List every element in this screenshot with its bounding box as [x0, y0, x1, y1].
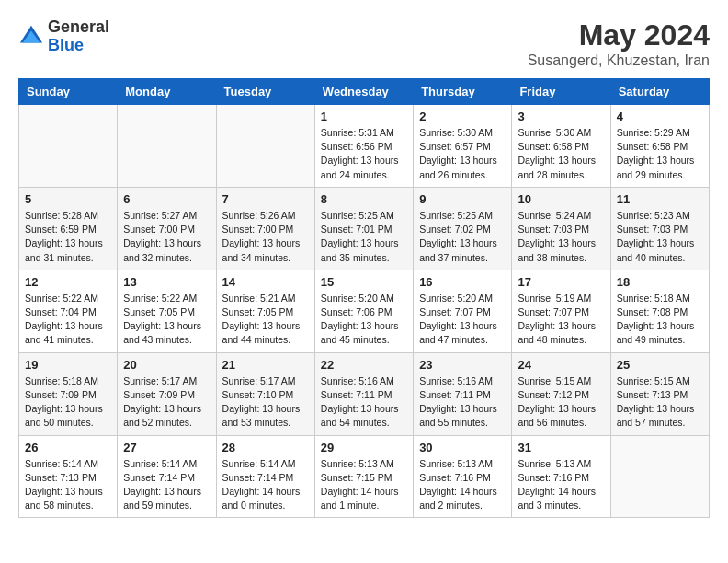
calendar-cell: 26 Sunrise: 5:14 AMSunset: 7:13 PMDaylig…	[19, 435, 118, 518]
day-number: 2	[419, 109, 506, 123]
day-number: 6	[123, 192, 210, 206]
weekday-header: Thursday	[414, 79, 512, 105]
day-number: 17	[518, 275, 604, 289]
day-number: 3	[518, 109, 604, 123]
month-year-title: May 2024	[528, 18, 710, 52]
calendar-cell: 22 Sunrise: 5:16 AMSunset: 7:11 PMDaylig…	[314, 352, 413, 435]
day-info: Sunrise: 5:24 AMSunset: 7:03 PMDaylight:…	[518, 209, 604, 265]
day-number: 25	[617, 358, 703, 372]
calendar-cell: 6 Sunrise: 5:27 AMSunset: 7:00 PMDayligh…	[118, 187, 216, 270]
day-number: 30	[419, 441, 506, 454]
day-info: Sunrise: 5:14 AMSunset: 7:13 PMDaylight:…	[25, 457, 111, 513]
day-number: 19	[25, 358, 111, 372]
day-number: 4	[617, 109, 703, 123]
calendar-week-row: 12 Sunrise: 5:22 AMSunset: 7:04 PMDaylig…	[19, 270, 710, 352]
day-info: Sunrise: 5:25 AMSunset: 7:01 PMDaylight:…	[321, 209, 407, 265]
day-info: Sunrise: 5:16 AMSunset: 7:11 PMDaylight:…	[321, 374, 407, 431]
calendar-cell: 13 Sunrise: 5:22 AMSunset: 7:05 PMDaylig…	[118, 270, 216, 352]
calendar-cell: 16 Sunrise: 5:20 AMSunset: 7:07 PMDaylig…	[414, 270, 512, 352]
day-number: 21	[222, 358, 309, 372]
day-number: 12	[25, 275, 111, 289]
calendar-cell	[610, 435, 709, 518]
day-number: 11	[617, 192, 703, 206]
day-number: 16	[419, 275, 506, 289]
calendar-cell: 10 Sunrise: 5:24 AMSunset: 7:03 PMDaylig…	[512, 187, 610, 270]
calendar-cell: 14 Sunrise: 5:21 AMSunset: 7:05 PMDaylig…	[216, 270, 314, 352]
day-number: 27	[123, 441, 210, 454]
calendar-header-row: SundayMondayTuesdayWednesdayThursdayFrid…	[19, 79, 710, 105]
calendar-cell: 30 Sunrise: 5:13 AMSunset: 7:16 PMDaylig…	[414, 435, 512, 518]
day-info: Sunrise: 5:20 AMSunset: 7:07 PMDaylight:…	[419, 292, 506, 348]
day-info: Sunrise: 5:23 AMSunset: 7:03 PMDaylight:…	[617, 209, 703, 265]
calendar-cell: 18 Sunrise: 5:18 AMSunset: 7:08 PMDaylig…	[610, 270, 709, 352]
weekday-header: Friday	[512, 79, 610, 105]
logo-icon	[18, 24, 44, 50]
day-number: 13	[123, 275, 210, 289]
day-number: 14	[222, 275, 309, 289]
day-number: 5	[25, 192, 111, 206]
calendar-week-row: 19 Sunrise: 5:18 AMSunset: 7:09 PMDaylig…	[19, 352, 710, 435]
day-number: 10	[518, 192, 604, 206]
weekday-header: Sunday	[19, 79, 118, 105]
day-info: Sunrise: 5:22 AMSunset: 7:05 PMDaylight:…	[123, 292, 210, 348]
day-number: 28	[222, 441, 309, 454]
day-number: 15	[321, 275, 407, 289]
day-info: Sunrise: 5:14 AMSunset: 7:14 PMDaylight:…	[222, 457, 309, 513]
day-number: 22	[321, 358, 407, 372]
calendar-cell: 15 Sunrise: 5:20 AMSunset: 7:06 PMDaylig…	[314, 270, 413, 352]
calendar-cell: 23 Sunrise: 5:16 AMSunset: 7:11 PMDaylig…	[414, 352, 512, 435]
day-info: Sunrise: 5:26 AMSunset: 7:00 PMDaylight:…	[222, 209, 309, 265]
calendar-cell	[19, 105, 118, 188]
calendar-cell: 24 Sunrise: 5:15 AMSunset: 7:12 PMDaylig…	[512, 352, 610, 435]
day-number: 26	[25, 441, 111, 454]
calendar-cell: 12 Sunrise: 5:22 AMSunset: 7:04 PMDaylig…	[19, 270, 118, 352]
calendar-cell: 2 Sunrise: 5:30 AMSunset: 6:57 PMDayligh…	[414, 105, 512, 188]
day-info: Sunrise: 5:17 AMSunset: 7:09 PMDaylight:…	[123, 374, 210, 431]
day-number: 18	[617, 275, 703, 289]
calendar-cell: 21 Sunrise: 5:17 AMSunset: 7:10 PMDaylig…	[216, 352, 314, 435]
calendar-cell: 4 Sunrise: 5:29 AMSunset: 6:58 PMDayligh…	[610, 105, 709, 188]
weekday-header: Saturday	[610, 79, 709, 105]
calendar-cell: 27 Sunrise: 5:14 AMSunset: 7:14 PMDaylig…	[118, 435, 216, 518]
logo-text: General Blue	[48, 18, 109, 55]
day-number: 9	[419, 192, 506, 206]
day-info: Sunrise: 5:31 AMSunset: 6:56 PMDaylight:…	[321, 126, 407, 182]
day-number: 7	[222, 192, 309, 206]
title-block: May 2024 Susangerd, Khuzestan, Iran	[528, 18, 710, 69]
day-info: Sunrise: 5:17 AMSunset: 7:10 PMDaylight:…	[222, 374, 309, 431]
day-info: Sunrise: 5:13 AMSunset: 7:16 PMDaylight:…	[419, 457, 506, 513]
day-info: Sunrise: 5:14 AMSunset: 7:14 PMDaylight:…	[123, 457, 210, 513]
day-info: Sunrise: 5:13 AMSunset: 7:16 PMDaylight:…	[518, 457, 604, 513]
location-subtitle: Susangerd, Khuzestan, Iran	[528, 52, 710, 69]
calendar-cell: 31 Sunrise: 5:13 AMSunset: 7:16 PMDaylig…	[512, 435, 610, 518]
calendar-cell: 19 Sunrise: 5:18 AMSunset: 7:09 PMDaylig…	[19, 352, 118, 435]
day-info: Sunrise: 5:20 AMSunset: 7:06 PMDaylight:…	[321, 292, 407, 348]
day-number: 20	[123, 358, 210, 372]
day-number: 29	[321, 441, 407, 454]
day-info: Sunrise: 5:18 AMSunset: 7:08 PMDaylight:…	[617, 292, 703, 348]
day-info: Sunrise: 5:21 AMSunset: 7:05 PMDaylight:…	[222, 292, 309, 348]
day-info: Sunrise: 5:28 AMSunset: 6:59 PMDaylight:…	[25, 209, 111, 265]
calendar-cell: 17 Sunrise: 5:19 AMSunset: 7:07 PMDaylig…	[512, 270, 610, 352]
day-info: Sunrise: 5:16 AMSunset: 7:11 PMDaylight:…	[419, 374, 506, 431]
day-number: 8	[321, 192, 407, 206]
weekday-header: Tuesday	[216, 79, 314, 105]
page-header: General Blue May 2024 Susangerd, Khuzest…	[18, 18, 710, 69]
day-number: 1	[321, 109, 407, 123]
day-info: Sunrise: 5:25 AMSunset: 7:02 PMDaylight:…	[419, 209, 506, 265]
day-info: Sunrise: 5:30 AMSunset: 6:57 PMDaylight:…	[419, 126, 506, 182]
calendar-week-row: 1 Sunrise: 5:31 AMSunset: 6:56 PMDayligh…	[19, 105, 710, 188]
day-info: Sunrise: 5:22 AMSunset: 7:04 PMDaylight:…	[25, 292, 111, 348]
day-info: Sunrise: 5:27 AMSunset: 7:00 PMDaylight:…	[123, 209, 210, 265]
day-number: 31	[518, 441, 604, 454]
weekday-header: Monday	[118, 79, 216, 105]
calendar-cell: 29 Sunrise: 5:13 AMSunset: 7:15 PMDaylig…	[314, 435, 413, 518]
logo: General Blue	[18, 18, 109, 55]
day-number: 24	[518, 358, 604, 372]
calendar-table: SundayMondayTuesdayWednesdayThursdayFrid…	[18, 78, 710, 518]
day-info: Sunrise: 5:13 AMSunset: 7:15 PMDaylight:…	[321, 457, 407, 513]
day-info: Sunrise: 5:29 AMSunset: 6:58 PMDaylight:…	[617, 126, 703, 182]
calendar-cell: 9 Sunrise: 5:25 AMSunset: 7:02 PMDayligh…	[414, 187, 512, 270]
calendar-cell	[216, 105, 314, 188]
calendar-week-row: 5 Sunrise: 5:28 AMSunset: 6:59 PMDayligh…	[19, 187, 710, 270]
